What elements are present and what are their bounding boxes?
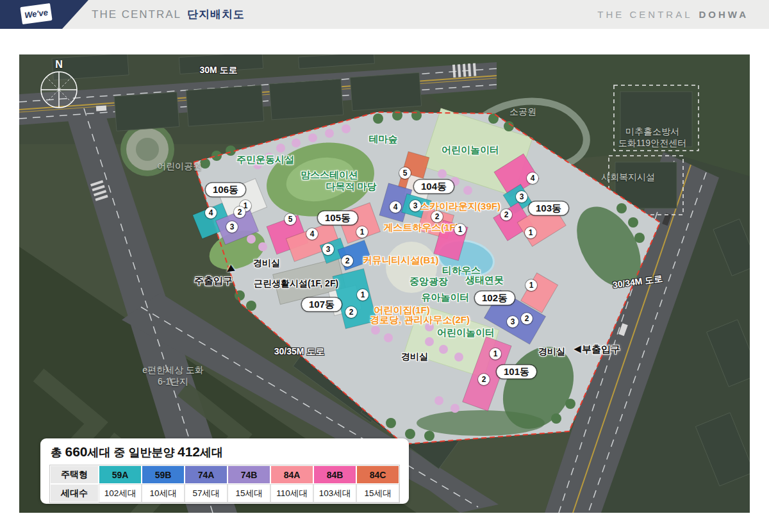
small-park-label: 소공원	[509, 106, 536, 118]
page-title: THE CENTRAL 단지배치도	[92, 0, 245, 29]
guard-post-bottom-label: 경비실	[401, 351, 428, 363]
unit-marker-105-5: 5	[285, 213, 296, 225]
building-pill-102: 102동	[475, 292, 515, 305]
building-pill-101: 101동	[497, 365, 536, 379]
brand-title: THE CENTRAL DOHWA	[597, 0, 748, 29]
site-plan-page: { "header": { "logo": "We've", "title_en…	[0, 0, 769, 532]
theme-forest-label: 테마숲	[369, 133, 398, 145]
type-59b: 59B	[142, 465, 185, 484]
brand-title-en: THE CENTRAL	[597, 9, 692, 20]
unit-marker-104-2: 2	[431, 211, 443, 222]
sports-facility-label: 주민운동시설	[236, 154, 294, 166]
neighbor-complex-line2: 6-1단지	[142, 376, 204, 387]
unit-marker-103-3: 3	[516, 191, 527, 203]
unit-marker-104-3: 3	[409, 200, 421, 212]
unit-marker-103-2: 2	[500, 209, 512, 220]
unit-marker-103-1: 1	[525, 227, 536, 238]
type-59a: 59A	[99, 465, 142, 484]
building-pill-105: 105동	[318, 212, 358, 225]
count-59a: 102세대	[99, 484, 142, 503]
brand-title-bold: DOHWA	[699, 9, 749, 20]
unit-marker-101-2: 2	[478, 374, 490, 385]
moms-station-label: 맘스스테이션	[301, 169, 358, 181]
fire-station-label: 미추홀소방서 도화119안전센터	[618, 126, 686, 149]
type-84a: 84A	[270, 465, 313, 484]
unit-marker-103-4: 4	[527, 172, 538, 184]
unit-marker-105-1: 1	[356, 226, 368, 238]
unit-marker-106-2: 2	[234, 206, 245, 218]
unit-marker-101-1: 1	[490, 348, 501, 360]
unit-marker-104-1: 1	[454, 224, 466, 235]
fire-station-line2: 도화119안전센터	[618, 137, 686, 149]
count-59b: 10세대	[142, 484, 185, 503]
type-74a: 74A	[185, 465, 227, 484]
title-total-count: 660	[65, 444, 87, 459]
row-label-type: 주택형	[50, 465, 99, 484]
neighbor-complex-line1: e편한세상 도화	[142, 365, 204, 376]
playground-top-label: 어린이놀이터	[442, 144, 499, 156]
unit-marker-102-1: 1	[525, 279, 537, 291]
unit-marker-102-3: 3	[507, 316, 518, 328]
sub-entrance-arrow-icon: ◀	[574, 343, 581, 354]
title-prefix: 총	[51, 446, 62, 459]
compass-icon	[41, 72, 77, 108]
central-plaza-label: 중앙광장	[409, 276, 448, 288]
senior-office-label: 경로당, 관리사무소(2F)	[370, 314, 470, 326]
welfare-facility-label: 사회복지시설	[601, 172, 655, 183]
main-entrance-label: 주출입구	[194, 275, 233, 287]
playground-bottom-label: 어린이놀이터	[437, 327, 495, 339]
guard-post-left-label: 경비실	[253, 258, 280, 269]
row-label-count: 세대수	[50, 484, 99, 503]
unit-marker-106-3: 3	[226, 221, 238, 233]
unit-marker-106-4: 4	[205, 207, 217, 219]
header-bar: We've THE CENTRAL 단지배치도 THE CENTRAL DOHW…	[0, 0, 769, 29]
compass-north-label: N	[55, 58, 63, 71]
building-pill-103: 103동	[529, 202, 568, 215]
sky-lounge-label: 스카이라운지(39F)	[420, 201, 500, 213]
unit-marker-105-4: 4	[306, 228, 318, 240]
count-84a: 110세대	[270, 484, 313, 503]
community-facility-label: 커뮤니티시설(B1)	[362, 254, 438, 267]
road-label-30m: 30M 도로	[199, 65, 237, 76]
retail-label: 근린생활시설(1F, 2F)	[254, 278, 338, 290]
building-pill-104: 104동	[414, 180, 454, 194]
type-84b: 84B	[313, 465, 356, 484]
unit-marker-107-2: 2	[345, 306, 357, 318]
sub-entrance-label: 부출입구	[582, 344, 620, 356]
children-park-label: 어린이공원	[157, 161, 202, 172]
page-title-ko: 단지배치도	[187, 7, 245, 22]
page-title-en: THE CENTRAL	[92, 8, 181, 21]
road-label-30-35m: 30/35M 도로	[274, 346, 325, 358]
toddler-playground-label: 유아놀이터	[422, 292, 470, 304]
type-74b: 74B	[227, 465, 270, 484]
guard-post-right-label: 경비실	[538, 346, 565, 358]
building-pill-106: 106동	[206, 183, 245, 197]
count-84c: 15세대	[356, 484, 399, 503]
count-84b: 103세대	[313, 484, 356, 503]
unit-summary-panel: 총 660세대 중 일반분양 412세대 주택형 59A 59B 74A 74B…	[40, 438, 409, 504]
fire-station-line1: 미추홀소방서	[618, 126, 686, 138]
type-84c: 84C	[356, 465, 399, 484]
multipurpose-yard-label: 다목적 마당	[326, 181, 376, 193]
unit-marker-104-5: 5	[399, 167, 411, 179]
unit-marker-105-3: 3	[322, 244, 334, 255]
guest-house-label: 게스트하우스(1F)	[383, 222, 459, 234]
unit-marker-105-2: 2	[342, 255, 353, 267]
count-74b: 15세대	[227, 484, 270, 503]
neighbor-complex-label: e편한세상 도화 6-1단지	[142, 365, 204, 387]
title-post: 세대	[200, 446, 223, 459]
unit-marker-104-4: 4	[390, 201, 401, 213]
count-74a: 57세대	[185, 484, 227, 503]
eco-pond-label: 생태연못	[465, 274, 504, 287]
unit-summary-title: 총 660세대 중 일반분양 412세대	[51, 444, 409, 460]
title-general-count: 412	[178, 444, 200, 459]
unit-type-table: 주택형 59A 59B 74A 74B 84A 84B 84C 세대수 102세…	[49, 465, 400, 503]
unit-marker-102-2: 2	[521, 313, 533, 324]
building-pill-107: 107동	[302, 298, 342, 312]
title-mid: 세대 중 일반분양	[88, 446, 175, 459]
unit-marker-107-1: 1	[357, 289, 368, 301]
